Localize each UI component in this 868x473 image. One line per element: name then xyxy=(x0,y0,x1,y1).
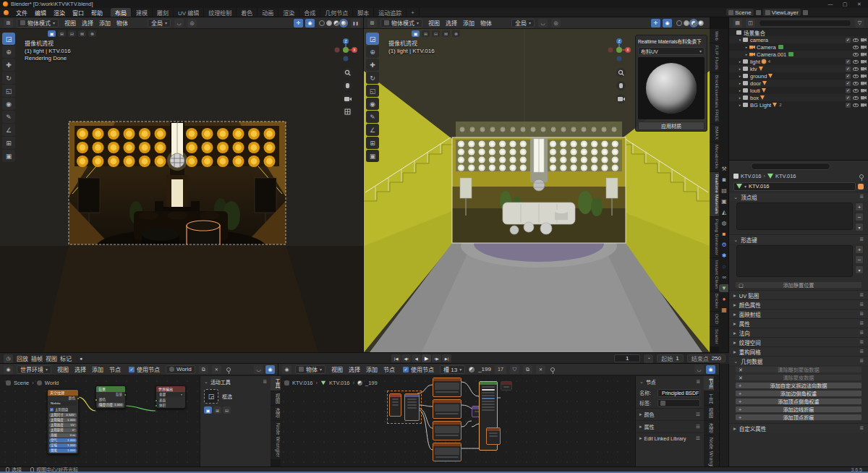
add-vertex-group-button[interactable]: + xyxy=(855,203,864,211)
jump-to-start-button[interactable]: |◀ xyxy=(391,354,401,362)
sidebar-tab[interactable]: Scatter xyxy=(710,327,719,346)
editor-menu-item[interactable]: 添加 xyxy=(364,365,380,373)
pan-hand-icon[interactable] xyxy=(616,81,626,90)
properties-tab-constraints-icon[interactable]: ∞ xyxy=(719,273,729,281)
geometry-data-button[interactable]: +添加自定义拆边法向数据 xyxy=(735,382,862,389)
disable-render-icon[interactable] xyxy=(861,103,867,107)
editor-sidebar-tab[interactable]: 选项 xyxy=(704,421,714,435)
material-shading-icon[interactable] xyxy=(333,20,339,26)
shape-keys-list[interactable] xyxy=(736,245,853,277)
viewport-menu-item[interactable]: 视图 xyxy=(62,19,78,27)
apply-material-button[interactable]: 应用材质 xyxy=(638,122,705,130)
exclude-checkbox[interactable]: ✓ xyxy=(846,59,851,64)
menu-item[interactable]: 帮助 xyxy=(88,8,106,17)
cursor-tool-icon[interactable]: ⊕ xyxy=(2,46,15,58)
pin-icon[interactable] xyxy=(226,367,231,372)
expand-caret-icon[interactable]: ▸ xyxy=(737,81,743,85)
navigation-gizmo[interactable]: Z X xyxy=(333,38,358,62)
node[interactable] xyxy=(486,427,501,445)
editor-type-icon[interactable]: ◉ xyxy=(282,365,292,374)
editor-type-icon[interactable]: ◉ xyxy=(4,365,13,374)
properties-tab-output-icon[interactable]: ▤ xyxy=(719,187,729,195)
shield-fake-user-icon[interactable]: ⛉ xyxy=(510,365,519,374)
expand-caret-icon[interactable]: ▸ xyxy=(737,67,743,71)
panel-title[interactable]: Realtime Materials布料免费下 xyxy=(638,38,705,45)
editor-menu-item[interactable]: 视图 xyxy=(329,365,345,373)
outliner-row[interactable]: ▸box✓ xyxy=(729,94,868,101)
rotate-tool-icon[interactable]: ↻ xyxy=(366,72,379,84)
panel-header[interactable]: ▸颜色属性≣ xyxy=(729,299,868,309)
maximize-button[interactable]: ▢ xyxy=(839,1,851,7)
node-field[interactable]: 尘埃1.000 xyxy=(49,443,77,448)
node-field[interactable]: 空气1.000 xyxy=(49,438,77,443)
camera-view-icon[interactable] xyxy=(343,94,352,103)
outliner-row[interactable]: ▾camera✓ xyxy=(729,36,868,43)
node-panel-section[interactable]: ▸Edit Linked Library☰ xyxy=(636,432,704,443)
editor-menu-item[interactable]: 选择 xyxy=(346,365,362,373)
select-mode-invert-icon[interactable]: ⊠ xyxy=(78,30,86,37)
annotate-tool-icon[interactable]: ✎ xyxy=(366,111,379,123)
properties-tab-modifiers-icon[interactable]: ⚙ xyxy=(719,241,729,249)
editor-type-icon[interactable]: ⊞ xyxy=(4,19,13,27)
panel-header[interactable]: ▸UV 贴图≣ xyxy=(729,290,868,299)
outliner-row[interactable]: 场景集合 xyxy=(729,29,868,36)
wireframe-shading-icon[interactable] xyxy=(676,20,682,26)
select-mode-new-icon[interactable]: ▣ xyxy=(48,30,56,37)
disable-render-icon[interactable] xyxy=(861,46,867,49)
new-viewlayer-icon[interactable] xyxy=(803,10,808,15)
disable-render-icon[interactable] xyxy=(861,82,867,85)
disable-render-icon[interactable] xyxy=(861,60,867,64)
material-preset-dropdown[interactable]: 布料UV▾ xyxy=(638,47,705,55)
workspace-tab[interactable]: 合成 xyxy=(299,8,320,17)
panel-header[interactable]: ▸属性≣ xyxy=(729,318,868,328)
outliner-row[interactable]: ▸ktv✓ xyxy=(729,65,868,72)
workspace-tab[interactable]: 纹理绘制 xyxy=(204,8,237,17)
sidebar-tab[interactable]: BMAX xyxy=(710,124,719,142)
select-mode-extend-icon[interactable]: ⊞ xyxy=(58,30,66,37)
disable-render-icon[interactable] xyxy=(861,53,867,56)
workspace-tab[interactable]: UV 编辑 xyxy=(174,8,204,17)
outliner-row[interactable]: ▸Camera xyxy=(729,43,868,51)
timeline-editor-type-icon[interactable]: ◷ xyxy=(4,354,13,363)
shape-key-specials-button[interactable]: ▾ xyxy=(855,265,864,274)
editor-sidebar-tab[interactable]: Node Wrangler xyxy=(704,435,714,466)
material-shading-icon[interactable] xyxy=(691,20,697,26)
workspace-tab[interactable]: 渲染 xyxy=(278,8,299,17)
node[interactable] xyxy=(404,393,420,421)
unlink-datablock-icon[interactable]: ✕ xyxy=(212,365,221,374)
snap-magnet-icon[interactable]: ◡ xyxy=(174,19,184,27)
viewport-menu-item[interactable]: 物体 xyxy=(114,19,130,27)
gizmo-toggle-icon[interactable]: ✛ xyxy=(651,19,660,27)
shader-type-dropdown[interactable]: 世界环境▾ xyxy=(17,365,51,374)
filter-funnel-icon[interactable]: ▽ xyxy=(855,19,864,27)
background-node[interactable]: 背景 背景 颜色 强度/力度1.000 xyxy=(95,385,126,409)
geometry-data-button[interactable]: +添加顶点倒角权重 xyxy=(735,398,862,405)
exclude-checkbox[interactable]: ✓ xyxy=(846,81,851,86)
frame-end-field[interactable]: 结束点250 xyxy=(687,354,726,362)
editor-menu-item[interactable]: 节点 xyxy=(381,365,397,373)
orientation-dropdown[interactable]: 全局▾ xyxy=(148,19,171,27)
material-name[interactable]: _199 xyxy=(478,366,491,372)
node-panel-section[interactable]: ▸颜色☰ xyxy=(636,408,704,420)
overlays-toggle-icon[interactable]: ◉ xyxy=(305,19,315,27)
panel-header[interactable]: ▸面映射组≣ xyxy=(729,309,868,318)
sidebar-tab[interactable]: FLIP Fluids xyxy=(710,43,719,72)
image-texture-node[interactable] xyxy=(433,421,461,440)
node-field[interactable]: 太阳旋转0° xyxy=(49,428,77,432)
timeline-menu-item[interactable]: 视图 xyxy=(46,354,57,362)
mesh-datablock-field[interactable]: ▾ KTV.016 xyxy=(733,182,856,191)
add-workspace-button[interactable]: + xyxy=(407,8,420,17)
select-box-tool-icon[interactable]: ◲ xyxy=(366,33,379,45)
use-nodes-checkbox[interactable]: ✓使用节点 xyxy=(401,365,436,374)
expand-caret-icon[interactable]: ▸ xyxy=(744,52,749,56)
properties-tab-physics-icon[interactable]: ◌ xyxy=(719,263,729,270)
geometry-data-button[interactable]: +添加边线折痕 xyxy=(735,406,862,413)
exclude-checkbox[interactable]: ✓ xyxy=(846,88,851,93)
geometry-data-button[interactable]: ✕清除蒙皮数据 xyxy=(735,374,862,381)
add-cube-tool-icon[interactable]: ⊞ xyxy=(2,137,15,149)
sidebar-tab[interactable]: Piping Generator xyxy=(710,217,719,257)
rendered-shading-icon[interactable] xyxy=(341,20,346,26)
properties-tab-particles-icon[interactable]: ✱ xyxy=(719,252,729,260)
properties-tab-scene-icon[interactable]: ◭ xyxy=(719,208,729,216)
auto-keying-record-icon[interactable]: ● xyxy=(80,356,82,361)
